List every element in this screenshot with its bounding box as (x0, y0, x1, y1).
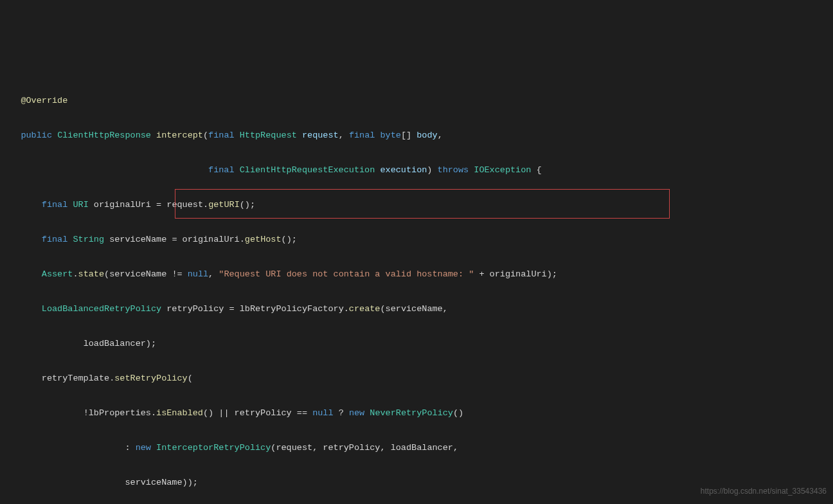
method-name: intercept (156, 130, 203, 140)
kw-final: final (349, 130, 375, 140)
type-byte: byte (381, 130, 401, 140)
var: request (166, 200, 203, 210)
eq: = (229, 304, 235, 314)
var: lbRetryPolicyFactory (240, 304, 344, 314)
op: ! (84, 408, 89, 418)
code-line: !lbProperties.isEnabled() || retryPolicy… (0, 404, 833, 422)
kw-final: final (42, 235, 68, 244)
type: LoadBalancedRetryPolicy (42, 304, 161, 314)
op: == (297, 408, 307, 418)
code-line: retryTemplate.setRetryPolicy( (0, 370, 833, 387)
op: : (125, 443, 130, 453)
var: serviceName (109, 269, 166, 279)
type: String (73, 235, 104, 244)
var: originalUri (183, 235, 240, 244)
eq: = (172, 235, 177, 244)
type: Assert (42, 269, 73, 279)
param: execution (380, 165, 427, 175)
method: isEnabled (156, 408, 203, 418)
code-line: loadBalancer); (0, 335, 833, 352)
var: originalUri (94, 200, 151, 210)
kw-final: final (208, 165, 235, 175)
type: HttpRequest (240, 130, 297, 140)
kw-new: new (136, 443, 151, 453)
code-line: : new InterceptorRetryPolicy(request, re… (0, 439, 833, 456)
param: request (302, 130, 339, 140)
var: loadBalancer (84, 339, 146, 348)
code-line: final URI originalUri = request.getURI()… (0, 196, 833, 213)
type: ClientHttpResponse (57, 130, 151, 140)
op: ? (339, 408, 344, 418)
method: getURI (208, 200, 240, 210)
var: loadBalancer (391, 443, 453, 453)
watermark: https://blog.csdn.net/sinat_33543436 (701, 483, 827, 500)
method: create (349, 304, 381, 314)
kw-new: new (349, 408, 364, 418)
kw-public: public (21, 130, 52, 140)
op: != (172, 269, 182, 279)
kw-final: final (42, 200, 68, 210)
brackets: [] (401, 130, 411, 140)
var: retryPolicy (323, 443, 380, 453)
var: retryPolicy (235, 408, 292, 418)
kw-final: final (208, 130, 235, 140)
var: lbProperties (89, 408, 151, 418)
var: originalUri (490, 269, 547, 279)
var: serviceName (109, 235, 166, 244)
var: serviceName (125, 478, 182, 487)
kw-throws: throws (438, 165, 469, 175)
op: + (479, 269, 484, 279)
eq: = (156, 200, 161, 210)
kw-null: null (312, 408, 333, 418)
method: state (78, 269, 105, 279)
code-line: public ClientHttpResponse intercept(fina… (0, 127, 833, 144)
param: body (416, 130, 437, 140)
method: setRetryPolicy (114, 374, 187, 383)
code-line: Assert.state(serviceName != null, "Reque… (0, 266, 833, 283)
string-literal: "Request URI does not contain a valid ho… (219, 269, 474, 279)
type: URI (73, 200, 88, 210)
type: InterceptorRetryPolicy (156, 443, 271, 453)
op: || (219, 408, 229, 418)
type: NeverRetryPolicy (370, 408, 453, 418)
code-line: LoadBalancedRetryPolicy retryPolicy = lb… (0, 300, 833, 318)
var: serviceName (386, 304, 443, 314)
code-block: @Override public ClientHttpResponse inte… (0, 69, 833, 504)
var: retryPolicy (166, 304, 224, 314)
method: getHost (245, 235, 282, 244)
kw-null: null (188, 269, 208, 279)
code-line: final String serviceName = originalUri.g… (0, 231, 833, 248)
code-line: @Override (0, 92, 833, 109)
annotation: @Override (21, 96, 67, 105)
var: retryTemplate (42, 374, 109, 383)
code-line: final ClientHttpRequestExecution executi… (0, 161, 833, 179)
type: ClientHttpRequestExecution (240, 165, 375, 175)
var: request (276, 443, 312, 453)
type: IOException (474, 165, 531, 175)
